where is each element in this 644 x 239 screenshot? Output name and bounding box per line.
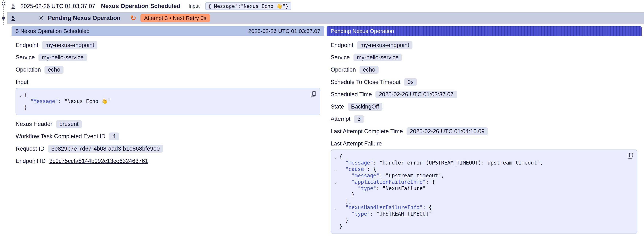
field-endpoint: Endpoint my-nexus-endpoint (16, 41, 320, 49)
field-attempt: Attempt 3 (330, 115, 638, 123)
panel-title: 5 Nexus Operation Scheduled (16, 28, 90, 34)
code-text: "message": "upstream timeout", (339, 172, 444, 179)
copy-icon[interactable] (627, 152, 634, 159)
pending-event-title: Pending Nexus Operation (48, 15, 120, 22)
field-label: Endpoint (330, 42, 353, 48)
field-value-chip: 2025-02-26 UTC 01:04:10.09 (406, 127, 488, 135)
code-line: "Message": "Nexus Echo 👋" (17, 98, 308, 105)
fold-chevron-icon[interactable]: ⌄ (332, 179, 339, 186)
timeline-start-circle-icon (2, 2, 5, 5)
field-value-chip: BackingOff (348, 103, 382, 111)
field-label: Request ID (16, 146, 44, 152)
event-title: Nexus Operation Scheduled (101, 3, 180, 10)
code-text: "applicationFailureInfo": { (339, 179, 435, 186)
field-request-id: Request ID 3e829b7e-7d67-4b08-aad3-b1e86… (16, 144, 320, 153)
field-state: State BackingOff (330, 103, 638, 111)
fold-gutter-spacer (332, 160, 339, 166)
fold-gutter-spacer (332, 224, 339, 230)
code-text: } (339, 224, 342, 230)
field-service: Service my-hello-service (330, 54, 638, 62)
event-detail-panels: 5 Nexus Operation Scheduled 2025-02-26 U… (12, 26, 642, 239)
field-label: Schedule To Close Timeout (330, 79, 400, 86)
copy-icon[interactable] (310, 91, 317, 98)
fold-chevron-icon[interactable]: ⌄ (332, 166, 339, 172)
field-label: Workflow Task Completed Event ID (16, 133, 106, 140)
code-line: ⌄{ (17, 92, 308, 98)
field-value-chip: my-nexus-endpoint (42, 41, 98, 49)
field-value-chip: 4 (109, 132, 119, 140)
retry-attempt-badge: Attempt 3 • Next Retry 0s (140, 14, 210, 22)
code-line: } (332, 217, 626, 224)
field-workflow-task-completed-event-id: Workflow Task Completed Event ID 4 (16, 132, 320, 140)
field-label: Scheduled Time (330, 91, 372, 98)
field-label: Attempt (330, 116, 350, 122)
field-operation: Operation echo (16, 66, 320, 74)
code-line: } (332, 224, 626, 230)
code-text: { (339, 154, 342, 160)
code-line: ⌄ "nexusHandlerFailureInfo": { (332, 204, 626, 211)
code-text: { (24, 92, 27, 98)
field-value-chip: echo (360, 66, 378, 74)
endpoint-id-link[interactable]: 3c0c75ccfa8144b092c13ce632463761 (50, 158, 148, 164)
code-text: "message": "handler error (UPSTREAM_TIME… (339, 160, 543, 166)
event-id-link[interactable]: 5 (12, 15, 15, 22)
panel-timestamp: 2025-02-26 UTC 01:03:37.07 (248, 28, 320, 34)
code-text: } (24, 105, 27, 111)
event-row-pending[interactable]: 5 ✳ Pending Nexus Operation ↻ Attempt 3 … (7, 12, 644, 24)
code-line: "type": "UPSTREAM_TIMEOUT" (332, 211, 626, 217)
code-text: "type": "UPSTREAM_TIMEOUT" (339, 211, 432, 217)
field-value-chip: my-nexus-endpoint (357, 41, 412, 49)
code-text: "type": "NexusFailure" (339, 186, 426, 192)
code-line: "message": "upstream timeout", (332, 172, 626, 179)
event-row-scheduled[interactable]: 5 2025-02-26 UTC 01:03:37.07 Nexus Opera… (0, 0, 644, 12)
input-section-label: Input (16, 79, 320, 86)
input-preview-chip[interactable]: {"Message":"Nexus Echo 👋"} (205, 2, 291, 10)
code-line: } (17, 105, 308, 111)
input-json-viewer: ⌄{ "Message": "Nexus Echo 👋"} (16, 88, 320, 115)
field-endpoint: Endpoint my-nexus-endpoint (330, 41, 638, 49)
field-label: Endpoint (16, 42, 38, 48)
panel-title: Pending Nexus Operation (330, 28, 394, 34)
code-line: } (332, 192, 626, 198)
scheduled-panel-body: Endpoint my-nexus-endpoint Service my-he… (12, 36, 324, 172)
field-operation: Operation echo (330, 66, 638, 74)
fold-chevron-icon[interactable]: ⌄ (332, 204, 339, 211)
code-line: "type": "NexusFailure" (332, 186, 626, 192)
field-schedule-to-close-timeout: Schedule To Close Timeout 0s (330, 78, 638, 86)
field-endpoint-id: Endpoint ID 3c0c75ccfa8144b092c13ce63246… (16, 157, 320, 165)
field-label: Operation (330, 66, 356, 73)
code-line: ⌄{ (332, 154, 626, 160)
fold-gutter-spacer (332, 186, 339, 192)
field-label: Nexus Header (16, 121, 52, 127)
field-value-chip: my-hello-service (38, 54, 87, 62)
input-label: Input (188, 3, 200, 9)
field-value-chip: 3e829b7e-7d67-4b08-aad3-b1e868bfe9e0 (48, 145, 163, 152)
field-nexus-header: Nexus Header present (16, 120, 320, 128)
pending-panel-body: Endpoint my-nexus-endpoint Service my-he… (326, 36, 642, 239)
field-value-chip: 3 (354, 115, 364, 123)
fold-chevron-icon[interactable]: ⌄ (332, 154, 339, 160)
nexus-star-icon: ✳ (38, 14, 44, 22)
pending-operation-panel: Pending Nexus Operation Endpoint my-nexu… (326, 26, 642, 239)
code-text: "nexusHandlerFailureInfo": { (339, 204, 432, 211)
fold-gutter-spacer (332, 211, 339, 217)
field-label: Service (330, 54, 350, 61)
last-attempt-failure-label: Last Attempt Failure (330, 140, 638, 147)
field-value-chip: present (56, 120, 82, 128)
code-line: }, (332, 198, 626, 204)
code-text: "Message": "Nexus Echo 👋" (24, 98, 111, 105)
field-service: Service my-hello-service (16, 54, 320, 62)
field-label: Last Attempt Complete Time (330, 128, 403, 135)
field-value-chip: 0s (404, 78, 417, 86)
timeline-event-dot-icon (2, 17, 5, 20)
event-history-view: 5 2025-02-26 UTC 01:03:37.07 Nexus Opera… (0, 0, 644, 239)
field-last-attempt-complete-time: Last Attempt Complete Time 2025-02-26 UT… (330, 127, 638, 136)
field-label: Endpoint ID (16, 158, 46, 164)
event-timestamp: 2025-02-26 UTC 01:03:37.07 (20, 3, 95, 10)
code-text: }, (339, 198, 352, 204)
fold-gutter-spacer (17, 98, 24, 105)
event-id-link[interactable]: 5 (12, 3, 15, 10)
event-timeline (0, 0, 7, 26)
fold-chevron-icon[interactable]: ⌄ (17, 92, 24, 98)
code-line: ⌄ "cause": { (332, 166, 626, 172)
